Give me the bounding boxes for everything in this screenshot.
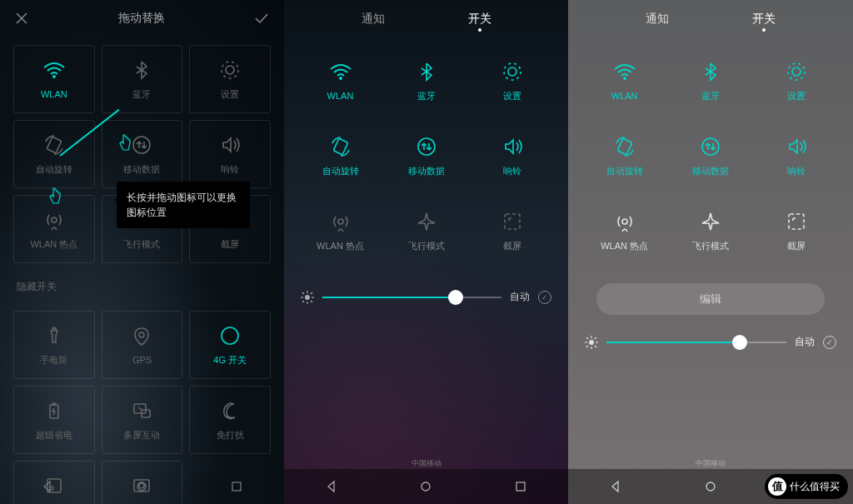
toggle-settings[interactable]: 设置 xyxy=(469,43,555,118)
confirm-icon[interactable] xyxy=(254,12,269,24)
toggle-ring[interactable]: 响铃 xyxy=(189,120,271,188)
tab-notifications[interactable]: 通知 xyxy=(646,12,669,27)
svg-rect-37 xyxy=(516,482,525,491)
toggle-screenshot[interactable]: 截屏 xyxy=(469,193,555,268)
svg-point-7 xyxy=(139,332,144,337)
cast-icon xyxy=(130,399,153,422)
toggle-data[interactable]: 移动数据 xyxy=(102,120,183,188)
toggle-data[interactable]: 移动数据 xyxy=(383,118,469,193)
nav-bar xyxy=(284,469,568,504)
battery-icon xyxy=(42,399,66,422)
brightness-track[interactable] xyxy=(606,342,786,343)
toggle-hotspot[interactable]: WLAN 热点 xyxy=(297,193,383,268)
toggle-4g[interactable]: 4G 4G 开关 xyxy=(189,311,271,379)
brightness-slider[interactable]: 自动 ✓ xyxy=(284,277,568,317)
auto-label: 自动 xyxy=(795,335,815,349)
toggle-airplane[interactable]: 飞行模式 xyxy=(383,193,469,268)
gear-icon xyxy=(501,60,524,83)
auto-checkbox[interactable]: ✓ xyxy=(823,336,836,349)
edit-button[interactable]: 编辑 xyxy=(596,283,825,315)
toggle-airplane[interactable]: 飞行模式 xyxy=(667,193,753,268)
toggle-label: WLAN xyxy=(41,89,67,99)
tab-switches[interactable]: 开关 xyxy=(752,12,776,27)
toggle-settings[interactable]: 设置 xyxy=(189,45,271,113)
tab-switches[interactable]: 开关 xyxy=(468,12,491,27)
toggle-grid: WLAN 蓝牙 设置 自动旋转 移动数据 响铃 WLAN 热点 xyxy=(284,35,568,277)
toggle-wlan[interactable]: WLAN xyxy=(581,43,667,118)
svg-point-0 xyxy=(52,76,55,78)
toggle-powersave[interactable]: 超级省电 xyxy=(13,386,95,454)
toggle-settings[interactable]: 设置 xyxy=(754,43,840,118)
nav-home-icon[interactable] xyxy=(704,480,717,493)
toggle-multiscreen[interactable]: 多屏互动 xyxy=(102,386,183,454)
tab-notifications[interactable]: 通知 xyxy=(362,12,385,27)
toggle-ring[interactable]: 响铃 xyxy=(754,118,840,193)
nav-recent-icon[interactable] xyxy=(230,480,243,493)
toggle-label: 超级省电 xyxy=(36,429,72,442)
gear-icon xyxy=(218,58,242,82)
header: 拖动替换 xyxy=(0,0,284,37)
data-icon xyxy=(415,135,438,158)
toggle-label: 响铃 xyxy=(787,165,806,177)
toggle-label: 移动数据 xyxy=(123,163,160,176)
svg-rect-26 xyxy=(505,214,520,229)
wifi-icon xyxy=(613,61,636,84)
close-icon[interactable] xyxy=(15,12,28,25)
toggle-label: 截屏 xyxy=(221,238,239,251)
toggle-label: 截屏 xyxy=(787,240,806,252)
toggle-label: 自动旋转 xyxy=(322,165,359,177)
svg-line-50 xyxy=(586,337,588,339)
screen-panel-expanded: 通知 开关 WLAN 蓝牙 设置 自动旋转 移动数据 响铃 xyxy=(284,0,568,504)
toggle-rotate[interactable]: 自动旋转 xyxy=(581,118,667,193)
toggle-label: WLAN 热点 xyxy=(30,238,77,251)
toggle-ring[interactable]: 响铃 xyxy=(469,118,555,193)
capture-icon xyxy=(501,210,524,233)
toggle-data[interactable]: 移动数据 xyxy=(667,118,753,193)
nav-home-icon[interactable] xyxy=(419,480,432,493)
svg-point-20 xyxy=(339,77,342,80)
nav-back-icon[interactable] xyxy=(325,480,338,493)
brightness-slider[interactable]: 自动 ✓ xyxy=(568,322,853,362)
brightness-icon xyxy=(301,291,314,304)
auto-checkbox[interactable]: ✓ xyxy=(538,291,551,304)
toggle-label: 多屏互动 xyxy=(123,429,160,442)
toggle-label: 蓝牙 xyxy=(701,90,720,102)
toggle-grid: WLAN 蓝牙 设置 自动旋转 移动数据 响铃 WLAN 热点 xyxy=(568,35,853,277)
toggle-dnd[interactable]: 免打扰 xyxy=(189,386,271,454)
toggle-wlan[interactable]: WLAN xyxy=(297,43,383,118)
toggle-wlan[interactable]: WLAN xyxy=(13,45,95,113)
brightness-track[interactable] xyxy=(322,297,501,298)
data-icon xyxy=(130,133,153,157)
toggle-bluetooth[interactable]: 蓝牙 xyxy=(667,43,753,118)
toggle-rotate[interactable]: 自动旋转 xyxy=(297,118,383,193)
toggle-rotate[interactable]: 自动旋转 xyxy=(13,120,95,188)
toggle-screenshot[interactable]: 截屏 xyxy=(754,193,840,268)
toggle-gps[interactable]: GPS xyxy=(102,311,183,379)
plane-icon xyxy=(415,210,438,233)
svg-point-54 xyxy=(706,482,715,491)
svg-rect-11 xyxy=(52,403,56,405)
svg-line-33 xyxy=(311,301,312,302)
toggle-bluetooth[interactable]: 蓝牙 xyxy=(102,45,183,113)
nav-back-icon[interactable] xyxy=(609,480,622,493)
toggle-label: 蓝牙 xyxy=(417,90,436,102)
nav-recent-icon[interactable] xyxy=(514,480,527,493)
toggle-flashlight[interactable]: 手电筒 xyxy=(13,311,95,379)
toggle-hotspot[interactable]: WLAN 热点 xyxy=(581,193,667,268)
nav-home-icon[interactable] xyxy=(135,480,148,493)
toggle-bluetooth[interactable]: 蓝牙 xyxy=(383,43,469,118)
bluetooth-icon xyxy=(415,60,438,83)
toggle-label: 截屏 xyxy=(503,240,521,252)
bluetooth-icon xyxy=(130,58,153,82)
svg-point-38 xyxy=(623,77,626,80)
toggle-label: 设置 xyxy=(221,88,239,101)
toggle-label: GPS xyxy=(132,355,152,365)
nav-back-icon[interactable] xyxy=(41,480,54,493)
header-title: 拖动替换 xyxy=(28,11,254,26)
svg-point-5 xyxy=(52,217,57,222)
toggle-label: 响铃 xyxy=(221,163,239,176)
bluetooth-icon xyxy=(699,60,722,83)
svg-point-39 xyxy=(792,67,801,76)
data-icon xyxy=(699,135,722,158)
moon-icon xyxy=(218,399,242,422)
